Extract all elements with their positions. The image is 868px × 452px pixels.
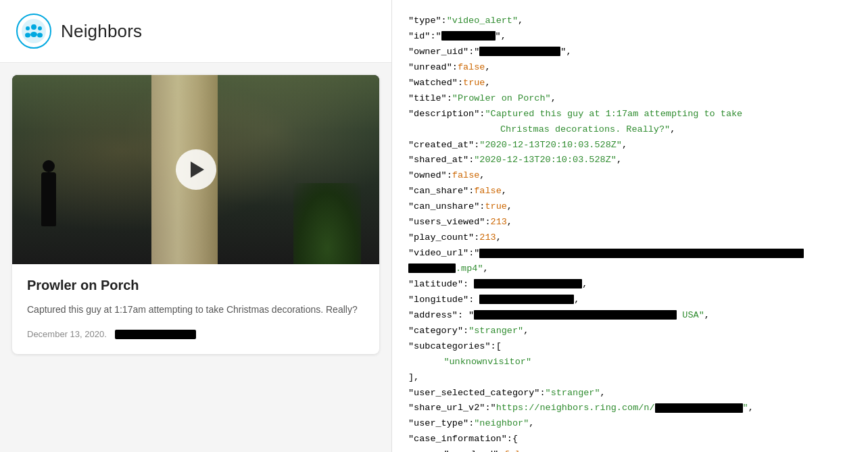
json-line-shared-at: "shared_at":"2020-12-13T20:10:03.528Z",: [408, 153, 852, 168]
figure-silhouette: [41, 172, 56, 226]
json-line-resolved: "resolved":false,: [408, 447, 852, 452]
redacted-share-url: [655, 403, 743, 413]
json-line-title: "title":"Prowler on Porch",: [408, 91, 852, 107]
json-line-subcategories-close: ],: [408, 370, 852, 386]
json-line-video-url2: .mp4",: [408, 261, 852, 277]
post-description: Captured this guy at 1:17am attempting t…: [27, 303, 364, 317]
json-line-video-url: "video_url":": [408, 246, 852, 261]
play-button[interactable]: [176, 149, 216, 190]
json-line-unread: "unread":false,: [408, 60, 852, 76]
svg-point-5: [38, 26, 42, 30]
json-line-subcategory-val: "unknownvisitor": [408, 355, 852, 370]
json-line-id: "id":"",: [408, 29, 852, 45]
video-thumbnail: [12, 75, 379, 264]
post-title: Prowler on Porch: [27, 278, 364, 293]
app-header: Neighbors: [0, 0, 391, 63]
json-line-can-share: "can_share":false,: [408, 184, 852, 199]
redacted-id: [441, 31, 496, 41]
json-line-owner-uid: "owner_uid":"",: [408, 45, 852, 60]
json-line-category: "category":"stranger",: [408, 324, 852, 339]
json-line-can-unshare: "can_unshare":true,: [408, 199, 852, 215]
redacted-address: [474, 310, 677, 320]
json-line-user-type: "user_type":"neighbor",: [408, 416, 852, 432]
redacted-longitude: [479, 295, 574, 304]
post-date: December 13, 2020.: [27, 329, 107, 339]
redacted-video-url: [479, 249, 804, 258]
svg-point-2: [30, 32, 37, 37]
svg-point-6: [37, 33, 43, 38]
neighbors-logo-icon: [21, 18, 47, 44]
json-line-share-url-v2: "share_url_v2":"https://neighbors.ring.c…: [408, 401, 852, 416]
card-body: Prowler on Porch Captured this guy at 1:…: [12, 264, 379, 354]
app-logo: [16, 14, 51, 49]
json-line-subcategories: "subcategories":[: [408, 339, 852, 355]
json-line-owned: "owned":false,: [408, 168, 852, 184]
json-line-address: "address": " USA",: [408, 308, 852, 324]
svg-point-0: [22, 19, 46, 43]
svg-point-4: [25, 33, 30, 38]
post-meta: December 13, 2020.: [27, 329, 364, 339]
json-line-type: "type":"video_alert",: [408, 14, 852, 29]
json-line-play-count: "play_count":213,: [408, 230, 852, 246]
json-line-users-viewed: "users_viewed":213,: [408, 215, 852, 230]
post-card: Prowler on Porch Captured this guy at 1:…: [12, 75, 379, 354]
json-line-latitude: "latitude": ,: [408, 277, 852, 293]
redacted-latitude: [474, 279, 582, 288]
json-line-description2: Christmas decorations. Really?",: [408, 122, 852, 138]
redacted-owner-uid: [479, 47, 560, 56]
left-panel: Neighbors Prowler on Porch Captured this…: [0, 0, 392, 452]
app-title: Neighbors: [61, 21, 142, 42]
json-line-created-at: "created_at":"2020-12-13T20:10:03.528Z",: [408, 138, 852, 153]
json-line-case-information: "case_information":{: [408, 432, 852, 447]
json-line-user-selected-category: "user_selected_category":"stranger",: [408, 386, 852, 401]
json-line-watched: "watched":true,: [408, 76, 852, 91]
plants-decoration: [293, 183, 361, 264]
redacted-video-url2: [408, 263, 456, 273]
svg-point-1: [31, 24, 37, 30]
json-line-longitude: "longitude": ,: [408, 293, 852, 308]
redacted-bar-meta: [115, 330, 196, 339]
json-line-description1: "description":"Captured this guy at 1:17…: [408, 107, 852, 122]
json-viewer: "type":"video_alert", "id":"", "owner_ui…: [392, 0, 868, 452]
svg-point-3: [26, 26, 30, 30]
